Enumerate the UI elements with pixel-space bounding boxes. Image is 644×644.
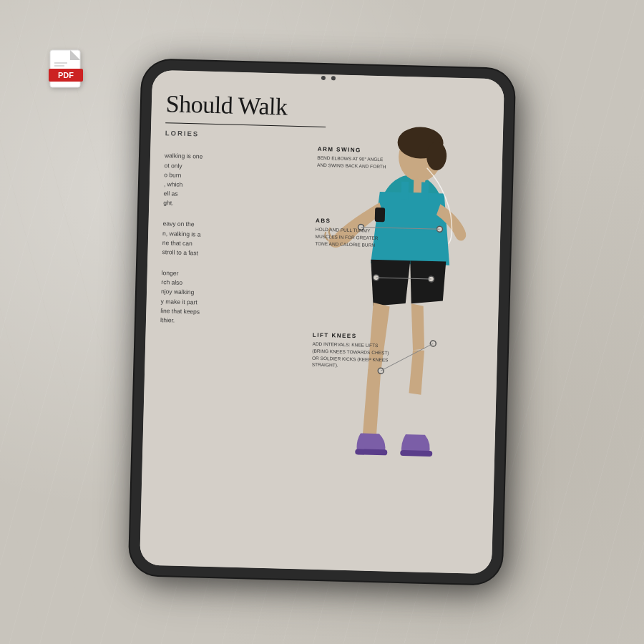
svg-rect-15	[400, 450, 432, 457]
svg-rect-12	[401, 182, 409, 200]
body-text-2: eavy on then, walking is ane that canstr…	[162, 220, 323, 262]
camera-dot-1	[321, 76, 326, 80]
page-title: Should Walk	[165, 90, 326, 121]
tablet-frame: Should Walk LORIES walking is oneot only…	[130, 59, 515, 584]
tablet-screen: Should Walk LORIES walking is oneot only…	[140, 70, 504, 575]
lift-knees-desc: ADD INTERVALS: KNEE LIFTS(BRING KNEES TO…	[312, 341, 389, 371]
screen-content: Should Walk LORIES walking is oneot only…	[140, 70, 504, 575]
pdf-icon[interactable]: PDF	[49, 49, 86, 92]
tablet-camera-bar	[321, 76, 336, 81]
subtitle: LORIES	[165, 130, 326, 142]
annotation-lift-knees: LIFT KNEES ADD INTERVALS: KNEE LIFTS(BRI…	[312, 332, 389, 371]
body-text-1: walking is oneot onlyo burn, whichell as…	[163, 152, 325, 213]
abs-desc: HOLD AND PULL TUMMYMUSCLES IN FOR GREATE…	[315, 226, 379, 249]
svg-rect-13	[421, 182, 429, 200]
annotation-arm-swing: ARM SWING BEND ELBOWS AT 90° ANGLEAND SW…	[317, 146, 386, 170]
arm-swing-label: ARM SWING	[318, 146, 387, 155]
arm-swing-desc: BEND ELBOWS AT 90° ANGLEAND SWING BACK A…	[317, 155, 386, 170]
title-underline	[165, 123, 326, 128]
lift-knees-label: LIFT KNEES	[313, 332, 389, 341]
svg-text:PDF: PDF	[58, 71, 74, 79]
image-column: ARM SWING BEND ELBOWS AT 90° ANGLEAND SW…	[298, 74, 504, 574]
annotation-abs: ABS HOLD AND PULL TUMMYMUSCLES IN FOR GR…	[315, 218, 379, 249]
abs-label: ABS	[316, 218, 379, 225]
body-text-3: longerrch alsonjoy walkingy make it part…	[160, 268, 322, 329]
svg-rect-16	[355, 449, 387, 455]
camera-dot-2	[331, 76, 336, 80]
